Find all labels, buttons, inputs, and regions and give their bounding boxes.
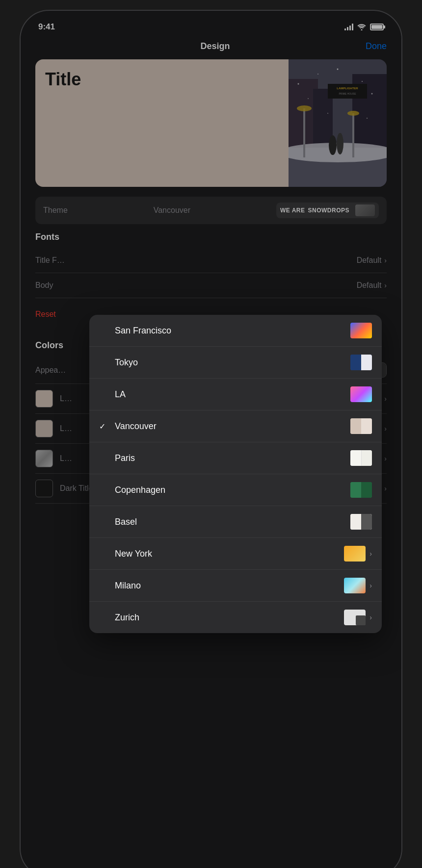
dropdown-item-name-newyork: New York bbox=[115, 549, 152, 559]
dropdown-item-name-vancouver: Vancouver bbox=[115, 421, 157, 432]
theme-dropdown: San Francisco Tokyo LA bbox=[89, 315, 382, 633]
dropdown-item-name-tokyo: Tokyo bbox=[115, 357, 138, 368]
dropdown-thumb-basel bbox=[350, 514, 372, 530]
dropdown-item-name-paris: Paris bbox=[115, 453, 135, 463]
dropdown-item-sf[interactable]: San Francisco bbox=[89, 315, 382, 347]
dropdown-item-copenhagen[interactable]: Copenhagen bbox=[89, 474, 382, 506]
dropdown-item-name-copenhagen: Copenhagen bbox=[115, 485, 165, 495]
dropdown-item-name-basel: Basel bbox=[115, 517, 137, 527]
dropdown-item-name-sf: San Francisco bbox=[115, 326, 171, 336]
dropdown-thumb-tokyo bbox=[350, 355, 372, 370]
dropdown-item-paris[interactable]: Paris bbox=[89, 442, 382, 474]
dropdown-thumb-sf bbox=[350, 323, 372, 338]
check-vancouver: ✓ bbox=[99, 422, 109, 431]
dropdown-item-zurich[interactable]: Zurich › bbox=[89, 602, 382, 633]
dropdown-item-name-zurich: Zurich bbox=[115, 613, 139, 623]
dropdown-item-newyork[interactable]: New York › bbox=[89, 538, 382, 570]
dropdown-thumb-zurich bbox=[344, 610, 366, 625]
dropdown-item-vancouver[interactable]: ✓ Vancouver bbox=[89, 410, 382, 442]
milano-chevron: › bbox=[369, 582, 372, 589]
dropdown-item-la[interactable]: LA bbox=[89, 379, 382, 410]
dropdown-item-name-la: LA bbox=[115, 389, 126, 400]
phone-frame: 9:41 Design Done Title bbox=[20, 10, 402, 868]
dropdown-thumb-newyork bbox=[344, 546, 366, 562]
dropdown-thumb-milano bbox=[344, 578, 366, 593]
dropdown-item-basel[interactable]: Basel bbox=[89, 506, 382, 538]
dropdown-thumb-copenhagen bbox=[350, 482, 372, 498]
dropdown-item-name-milano: Milano bbox=[115, 581, 141, 591]
dropdown-item-milano[interactable]: Milano › bbox=[89, 570, 382, 602]
dropdown-thumb-la bbox=[350, 386, 372, 402]
newyork-chevron: › bbox=[369, 550, 372, 558]
dropdown-item-tokyo[interactable]: Tokyo bbox=[89, 347, 382, 379]
dropdown-thumb-paris bbox=[350, 450, 372, 466]
zurich-chevron: › bbox=[369, 613, 372, 621]
dropdown-thumb-vancouver bbox=[350, 418, 372, 434]
